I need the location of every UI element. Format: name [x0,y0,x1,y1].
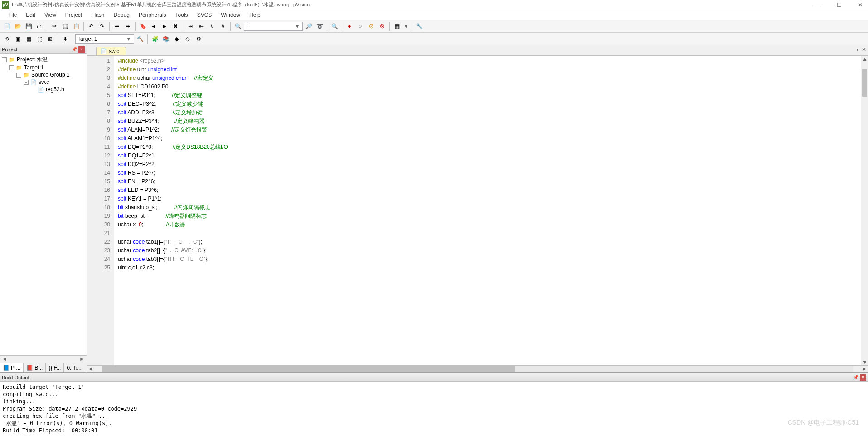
outdent-icon[interactable]: ⇤ [196,21,206,31]
close-button[interactable]: ✕ [854,1,866,9]
scroll-right-icon[interactable]: ► [861,366,868,372]
incremental-find-icon[interactable]: ➰ [315,21,325,31]
editor-hscroll[interactable]: ◄ ► [87,365,868,372]
menu-file[interactable]: File [4,11,21,19]
pack2-icon[interactable]: ◇ [183,34,193,44]
tree-node-label: Project: 水温 [17,56,48,64]
build-output-text[interactable]: Rebuild target 'Target 1' compiling sw.c… [0,382,868,436]
bookmark-clear-icon[interactable]: ✖ [170,21,180,31]
breakpoint-disable-icon[interactable]: ○ [355,21,365,31]
scroll-up-icon[interactable]: ▲ [861,56,868,62]
debug-icon[interactable]: 🔍 [330,21,339,31]
rebuild-icon[interactable]: ▦ [24,34,34,44]
menu-debug[interactable]: Debug [109,11,134,19]
undo-icon[interactable]: ↶ [86,21,96,31]
paste-icon[interactable]: 📋 [71,21,81,31]
nav-forward-icon[interactable]: ➡ [123,21,133,31]
separator [58,34,58,44]
project-panel-tabs: 📘Pr...📕B...{}F...0.Te... [0,363,87,372]
close-panel-icon[interactable]: × [78,46,85,53]
tab-close-icon[interactable]: ✕ [862,46,866,53]
window-icon[interactable]: ▦ [392,21,402,31]
maximize-button[interactable]: ☐ [833,1,845,9]
panel-tab[interactable]: 📘Pr... [0,363,24,372]
uncomment-icon[interactable]: /​/ [218,21,228,31]
cut-icon[interactable]: ✂ [49,21,59,31]
find-in-files-icon[interactable]: 🔎 [304,21,314,31]
tree-toggle-icon[interactable]: - [16,73,21,78]
stop-build-icon[interactable]: ⊠ [45,34,55,44]
tree-item[interactable]: -📁Target 1 [2,64,85,71]
build-icon[interactable]: ▣ [13,34,23,44]
editor-tabstrip: 📄 sw.c ▾ ✕ [87,45,868,55]
separator [230,22,231,31]
panel-hscroll[interactable]: ◄ ► [0,355,87,363]
menu-view[interactable]: View [40,11,61,19]
breakpoint-kill-icon[interactable]: ⊘ [366,21,376,31]
panel-tab[interactable]: 0.Te... [64,363,86,372]
tree-item[interactable]: -📄sw.c [2,78,85,86]
project-tree[interactable]: -📁Project: 水温-📁Target 1-📁Source Group 1-… [0,54,87,355]
redo-icon[interactable]: ↷ [97,21,107,31]
hscroll-track[interactable] [102,366,853,372]
open-file-icon[interactable]: 📂 [13,21,23,31]
find-combo[interactable]: F ▾ [244,22,303,31]
bookmark-prev-icon[interactable]: ◄ [149,21,159,31]
target-combo-text: Target 1 [78,36,97,42]
manage-icon[interactable]: 🧩 [150,34,160,44]
tree-toggle-icon[interactable]: - [9,65,14,70]
menu-project[interactable]: Project [61,11,87,19]
bookmark-icon[interactable]: 🔖 [138,21,148,31]
close-panel-icon[interactable]: × [860,374,866,381]
code-editor[interactable]: #include <reg52.h>#define uint unsigned … [114,56,861,365]
target-combo[interactable]: Target 1 ▾ [75,34,134,44]
vscroll-thumb[interactable] [862,69,867,97]
pin-icon[interactable]: 📌 [71,46,78,53]
download-icon[interactable]: ⬇ [60,34,70,44]
hscroll-thumb[interactable] [102,366,515,372]
editor-tab-swc[interactable]: 📄 sw.c [96,47,126,55]
menu-peripherals[interactable]: Peripherals [134,11,171,19]
indent-icon[interactable]: ⇥ [185,21,195,31]
save-all-icon[interactable]: 🗃 [34,21,44,31]
breakpoint-icon[interactable]: ● [344,21,354,31]
translate-icon[interactable]: ⟲ [2,34,12,44]
chevron-down-icon[interactable]: ▾ [403,23,409,29]
options-icon[interactable]: 🔨 [135,34,145,44]
configure-icon[interactable]: 🔧 [414,21,424,31]
panel-tab[interactable]: 📕B... [24,363,46,372]
find-icon[interactable]: 🔍 [233,21,243,31]
books-icon[interactable]: 📚 [161,34,171,44]
watermark: CSDN @电子工程师·C51 [788,419,859,427]
tree-item[interactable]: -📁Project: 水温 [2,55,85,64]
tree-item[interactable]: -📁Source Group 1 [2,71,85,78]
scroll-left-icon[interactable]: ◄ [87,366,94,372]
comment-icon[interactable]: // [207,21,217,31]
menu-svcs[interactable]: SVCS [193,11,217,19]
menu-help[interactable]: Help [245,11,265,19]
manage-rte-icon[interactable]: ⚙ [194,34,204,44]
tree-item[interactable]: 📄reg52.h [2,86,85,93]
tab-dropdown-icon[interactable]: ▾ [856,46,859,53]
tree-toggle-icon[interactable]: - [24,80,29,85]
nav-back-icon[interactable]: ⬅ [112,21,122,31]
menu-flash[interactable]: Flash [87,11,109,19]
new-file-icon[interactable]: 📄 [2,21,12,31]
minimize-button[interactable]: — [811,1,824,9]
pin-icon[interactable]: 📌 [853,374,859,381]
pack-icon[interactable]: ◆ [172,34,182,44]
bookmark-next-icon[interactable]: ► [160,21,170,31]
scroll-left-icon[interactable]: ◄ [1,356,8,363]
panel-tab[interactable]: {}F... [46,363,64,372]
save-icon[interactable]: 💾 [24,21,34,31]
menu-window[interactable]: Window [216,11,245,19]
editor-vscroll[interactable]: ▲ ▼ [861,56,868,365]
menu-tools[interactable]: Tools [171,11,193,19]
scroll-down-icon[interactable]: ▼ [861,359,868,365]
scroll-right-icon[interactable]: ► [78,356,86,363]
breakpoint-killall-icon[interactable]: ⊗ [377,21,387,31]
tree-toggle-icon[interactable]: - [2,57,7,62]
batch-build-icon[interactable]: ⬚ [34,34,44,44]
menu-edit[interactable]: Edit [21,11,40,19]
copy-icon[interactable]: ⿻ [60,21,70,31]
